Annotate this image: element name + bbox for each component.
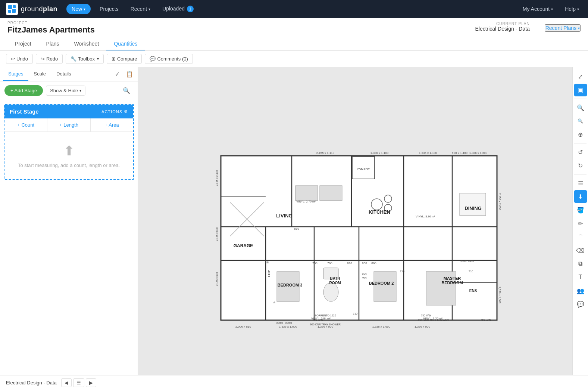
- svg-text:710: 710: [469, 270, 473, 273]
- panel-tab-stages[interactable]: Stages: [3, 67, 28, 81]
- actions-chevron-icon: ⚙: [124, 109, 128, 114]
- svg-text:VINYL: 2.70 m²: VINYL: 2.70 m²: [296, 200, 316, 203]
- rotate-cw-button[interactable]: ↻: [574, 159, 587, 172]
- svg-text:160L: 160L: [362, 273, 368, 276]
- eraser-icon: ⌫: [576, 247, 585, 254]
- download-icon: ⬇: [578, 193, 583, 200]
- redo-button[interactable]: ↪ Redo: [36, 54, 63, 64]
- svg-rect-1: [13, 5, 16, 8]
- zoom-out-button[interactable]: 🔍: [574, 115, 587, 127]
- add-length-button[interactable]: + Length: [47, 118, 90, 131]
- svg-rect-20: [320, 186, 342, 201]
- text-icon: T: [579, 274, 582, 281]
- svg-text:MASTER: MASTER: [444, 276, 461, 281]
- add-count-button[interactable]: + Count: [4, 118, 47, 131]
- svg-text:810: 810: [347, 261, 352, 265]
- nav-right: My Account Help: [520, 4, 582, 13]
- prev-plan-button[interactable]: ◀: [61, 378, 72, 387]
- svg-text:ROOM: ROOM: [329, 281, 341, 285]
- top-navigation: groundplan New Projects Recent Uploaded …: [0, 0, 588, 18]
- save-icon[interactable]: 📋: [124, 69, 135, 79]
- panel-tab-scale[interactable]: Scale: [28, 67, 51, 81]
- layers-button[interactable]: ⧉: [574, 257, 587, 270]
- share-icon: 👥: [577, 287, 584, 294]
- add-area-button[interactable]: + Area: [91, 118, 133, 131]
- stage-header[interactable]: First Stage ACTIONS ⚙: [4, 105, 133, 118]
- checkmark-icon[interactable]: ✓: [113, 69, 121, 79]
- layers-icon: ⧉: [578, 260, 582, 267]
- add-stage-button[interactable]: + Add Stage: [4, 85, 43, 96]
- project-label: PROJECT: [7, 21, 95, 25]
- svg-text:600 x 1,400: 600 x 1,400: [452, 151, 467, 155]
- stage-name: First Stage: [10, 108, 39, 115]
- logo-text: groundplan: [21, 5, 57, 13]
- logo: groundplan: [6, 3, 57, 15]
- svg-text:DINING: DINING: [465, 205, 482, 211]
- next-plan-button[interactable]: ▶: [86, 378, 96, 387]
- uploaded-link[interactable]: Uploaded 1: [159, 4, 197, 14]
- compare-button[interactable]: ⊞ Compare: [107, 54, 142, 64]
- svg-text:ENS: ENS: [469, 289, 477, 293]
- comment-button[interactable]: 💬: [574, 298, 587, 310]
- main-toolbar: ↩ Undo ↪ Redo 🔧 Toolbox ⊞ Compare 💬 Comm…: [0, 51, 588, 67]
- download-button[interactable]: ⬇: [574, 190, 587, 203]
- floorplan-svg: PANTRY: [210, 145, 501, 331]
- toolbar-divider-1: [574, 99, 587, 99]
- search-button[interactable]: 🔍: [120, 86, 133, 96]
- eraser-button[interactable]: ⌫: [574, 244, 587, 257]
- wrench-icon: 🔧: [71, 56, 76, 62]
- undo-button[interactable]: ↩ Undo: [6, 54, 33, 64]
- svg-text:710: 710: [353, 312, 358, 315]
- tab-worksheet[interactable]: Worksheet: [67, 38, 107, 50]
- stage-item: First Stage ACTIONS ⚙ + Count + Length +…: [4, 104, 134, 180]
- redo-icon: ↪: [41, 56, 45, 62]
- svg-text:SB: SB: [265, 261, 269, 264]
- svg-text:2,155 x 1,110: 2,155 x 1,110: [316, 151, 335, 155]
- rotate-ccw-button[interactable]: ↺: [574, 146, 587, 158]
- current-plan-label: CURRENT PLAN: [475, 22, 529, 26]
- sub-header: PROJECT FitzJames Apartments CURRENT PLA…: [0, 18, 588, 51]
- zoom-fit-button[interactable]: ⊕: [574, 128, 587, 141]
- stage-actions[interactable]: ACTIONS ⚙: [101, 109, 128, 114]
- text-button[interactable]: T: [574, 271, 587, 284]
- recent-plans-button[interactable]: Recent Plans: [545, 24, 581, 32]
- my-account-link[interactable]: My Account: [520, 4, 556, 13]
- svg-text:meter: meter: [276, 322, 284, 324]
- tab-project[interactable]: Project: [7, 38, 39, 50]
- paint-button[interactable]: 🪣: [574, 204, 587, 216]
- rotate-cw-icon: ↻: [578, 162, 583, 169]
- svg-text:LIVING: LIVING: [276, 213, 292, 219]
- plan-list-button[interactable]: ☰: [73, 378, 84, 387]
- pencil-button[interactable]: ✏: [574, 217, 587, 230]
- panel-tab-details[interactable]: Details: [51, 67, 76, 81]
- toolbox-button[interactable]: 🔧 Toolbox: [66, 54, 104, 64]
- svg-text:750 VAN: 750 VAN: [421, 314, 431, 317]
- recent-link[interactable]: Recent: [128, 4, 153, 13]
- svg-text:2,155 x 600: 2,155 x 600: [216, 228, 218, 241]
- comments-button[interactable]: 💬 Comments (0): [145, 54, 193, 64]
- svg-rect-0: [8, 5, 12, 9]
- svg-text:VINYL: 8.86 m²: VINYL: 8.86 m²: [416, 215, 435, 218]
- panel-toggle-button[interactable]: ▣: [574, 84, 587, 96]
- toolbar-divider-2: [574, 143, 587, 143]
- project-title: FitzJames Apartments: [7, 25, 95, 35]
- fullscreen-button[interactable]: ⤢: [574, 70, 587, 83]
- list-button[interactable]: ☰: [574, 177, 587, 189]
- projects-link[interactable]: Projects: [97, 4, 122, 13]
- canvas-area[interactable]: PANTRY: [138, 67, 572, 390]
- tab-plans[interactable]: Plans: [39, 38, 67, 50]
- pencil-icon: ✏: [578, 220, 583, 227]
- comment-toolbar-icon: 💬: [577, 301, 584, 308]
- zoom-in-button[interactable]: 🔍: [574, 101, 587, 114]
- sub-tabs: Project Plans Worksheet Quantities: [7, 38, 581, 50]
- tab-quantities[interactable]: Quantities: [106, 38, 145, 50]
- help-link[interactable]: Help: [562, 4, 582, 13]
- svg-text:1,336 x 900: 1,336 x 900: [415, 325, 430, 328]
- curve-button[interactable]: ⌒: [574, 230, 587, 243]
- new-button[interactable]: New: [66, 4, 91, 14]
- share-button[interactable]: 👥: [574, 284, 587, 297]
- svg-text:WC: WC: [362, 277, 367, 279]
- show-hide-button[interactable]: Show & Hide: [46, 86, 85, 96]
- svg-text:meter: meter: [285, 322, 293, 324]
- current-plan-name: Electrical Design - Data: [475, 26, 529, 32]
